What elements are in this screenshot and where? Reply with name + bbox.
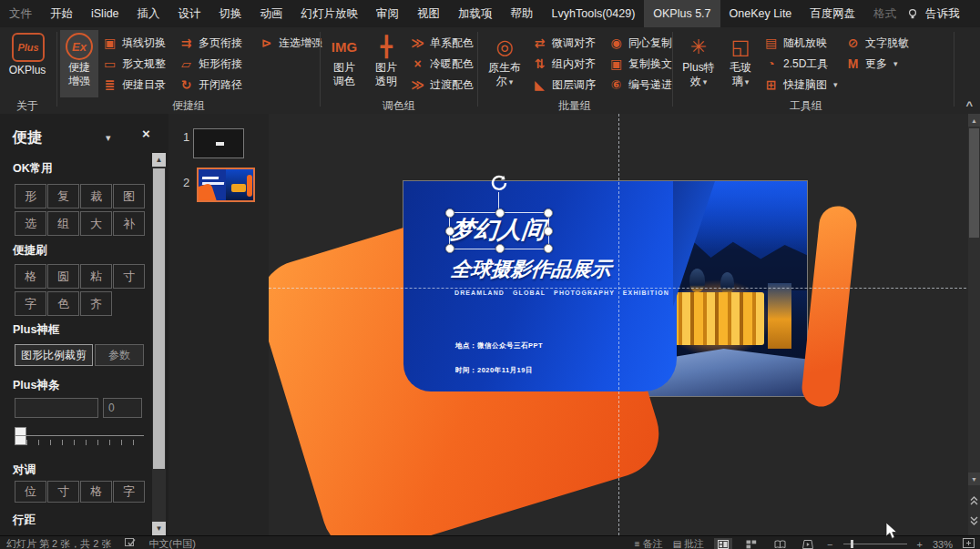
menu-tab-animations[interactable]: 动画 xyxy=(251,0,292,27)
ribbon-item-text-desensitize[interactable]: ⊘文字脱敏 xyxy=(845,34,909,52)
menu-tab-islide[interactable]: iSlide xyxy=(82,0,128,27)
swap-btn-text[interactable]: 字 xyxy=(113,481,145,503)
menu-tab-okplus[interactable]: OKPlus 5.7 xyxy=(644,0,720,27)
ribbon-item-25d-tool[interactable]: ◔2.5D工具 xyxy=(763,55,828,73)
scroll-up-icon[interactable]: ▲ xyxy=(152,153,166,167)
slide-sorter-view-button[interactable] xyxy=(742,538,761,549)
ribbon-item-fill-line-switch[interactable]: ▣填线切换 xyxy=(102,34,166,52)
zoom-out-button[interactable]: − xyxy=(827,539,832,549)
slider-track[interactable] xyxy=(15,435,144,436)
ribbon-item-group-align[interactable]: ⇅组内对齐 xyxy=(532,55,596,73)
horizontal-guide[interactable] xyxy=(269,288,980,289)
ok-btn-big[interactable]: 大 xyxy=(80,211,112,236)
brush-btn-align[interactable]: 齐 xyxy=(80,291,112,316)
ok-btn-fill[interactable]: 补 xyxy=(113,211,145,236)
menu-tab-addins[interactable]: 加载项 xyxy=(449,0,502,27)
next-slide-button[interactable] xyxy=(968,514,980,527)
ribbon-big-button-native-boolean[interactable]: ◎ 原生布 尔▾ xyxy=(483,30,526,97)
brush-btn-paste[interactable]: 粘 xyxy=(80,264,112,289)
scrollbar-thumb[interactable] xyxy=(153,168,165,469)
scroll-up-icon[interactable]: ▲ xyxy=(968,114,980,127)
brush-btn-font[interactable]: 字 xyxy=(15,291,46,316)
params-button[interactable]: 参数 xyxy=(95,344,144,366)
menu-tab-home[interactable]: 开始 xyxy=(41,0,82,27)
menu-tab-design[interactable]: 设计 xyxy=(169,0,210,27)
zoom-slider-handle[interactable] xyxy=(851,540,853,548)
scroll-down-icon[interactable]: ▼ xyxy=(152,522,166,535)
resize-handle-nw[interactable] xyxy=(445,208,454,218)
spell-check-icon[interactable] xyxy=(125,538,137,549)
editing-canvas[interactable]: 梦幻人间 全球摄影作品展示 DREAMLAND GLOBAL PHOTOGRAP… xyxy=(269,114,980,535)
menu-tab-lvyhtools[interactable]: LvyhTools(0429) xyxy=(543,0,645,27)
task-pane-scrollbar[interactable]: ▲ ▼ xyxy=(152,153,166,535)
plus-bar-input[interactable] xyxy=(15,398,98,418)
menu-tab-help[interactable]: 帮助 xyxy=(502,0,543,27)
comments-toggle[interactable]: ▤批注 xyxy=(673,537,704,549)
resize-handle-w[interactable] xyxy=(445,227,454,236)
about-button[interactable]: 关于 xyxy=(0,98,55,114)
previous-slide-button[interactable] xyxy=(968,494,980,507)
orange-pill-shape[interactable] xyxy=(801,204,859,408)
scrollbar-thumb[interactable] xyxy=(969,128,979,238)
selection-bounding-box[interactable] xyxy=(449,212,549,249)
ribbon-item-mono-palette[interactable]: ≫单系配色 xyxy=(410,34,474,52)
ribbon-item-open-close-path[interactable]: ↻开闭路径 xyxy=(179,76,242,94)
zoom-in-button[interactable]: + xyxy=(917,539,923,549)
menu-tab-view[interactable]: 视图 xyxy=(408,0,449,27)
resize-handle-se[interactable] xyxy=(544,244,553,253)
brush-btn-format[interactable]: 格 xyxy=(15,264,46,289)
slide-date-text[interactable]: 时间：2020年11月19日 xyxy=(455,366,533,375)
zoom-percentage[interactable]: 33% xyxy=(933,539,953,549)
language-status[interactable]: 中文(中国) xyxy=(149,537,196,549)
rotate-handle-icon[interactable] xyxy=(489,173,509,193)
ribbon-item-more[interactable]: M更多▾ xyxy=(845,55,898,73)
ribbon-item-gradient-palette[interactable]: ≫过渡配色 xyxy=(410,76,474,94)
menu-tab-review[interactable]: 审阅 xyxy=(367,0,408,27)
ok-btn-image[interactable]: 图 xyxy=(113,184,145,208)
ribbon-item-number-increment[interactable]: ⑥编号递进 xyxy=(608,76,672,94)
close-icon[interactable]: × xyxy=(142,126,150,141)
ok-btn-group[interactable]: 组 xyxy=(47,211,79,236)
swap-btn-size[interactable]: 寸 xyxy=(47,481,79,503)
slide-subtitle-text[interactable]: 全球摄影作品展示 xyxy=(449,256,612,283)
brush-btn-size[interactable]: 寸 xyxy=(113,264,145,289)
slide-2-thumbnail[interactable] xyxy=(197,168,255,202)
normal-view-button[interactable] xyxy=(714,538,732,549)
resize-handle-ne[interactable] xyxy=(544,208,553,218)
ribbon-big-button-image-transparent[interactable]: ╋ 图片 透明 xyxy=(366,30,406,97)
slideshow-view-button[interactable] xyxy=(799,538,817,549)
tell-me-button[interactable]: 告诉我 xyxy=(924,6,969,22)
ribbon-big-button-plus-effects[interactable]: ✳ Plus特 效▾ xyxy=(678,30,720,97)
reading-view-button[interactable] xyxy=(771,538,789,549)
canvas-vertical-scrollbar[interactable]: ▲ ▼ xyxy=(968,114,980,535)
chevron-down-icon[interactable]: ▾ xyxy=(106,132,111,144)
menu-tab-transitions[interactable]: 切换 xyxy=(210,0,251,27)
ribbon-item-shape-text-normalize[interactable]: ▭形文规整 xyxy=(102,55,166,73)
ok-btn-select[interactable]: 选 xyxy=(15,211,46,236)
ribbon-big-button-frosted-glass[interactable]: ◱ 毛玻 璃▾ xyxy=(721,30,760,97)
resize-handle-s[interactable] xyxy=(495,244,505,253)
slide-english-subtitle[interactable]: DREAMLAND GLOBAL PHOTOGRAPHY EXHIBITION xyxy=(454,290,669,296)
ribbon-item-layer-order[interactable]: ◣图层调序 xyxy=(532,76,596,94)
scroll-down-icon[interactable]: ▼ xyxy=(968,473,980,485)
menu-tab-insert[interactable]: 插入 xyxy=(128,0,169,27)
vertical-guide[interactable] xyxy=(618,114,619,535)
swap-btn-format[interactable]: 格 xyxy=(80,481,112,503)
slide-2-editing-surface[interactable]: 梦幻人间 全球摄影作品展示 DREAMLAND GLOBAL PHOTOGRAP… xyxy=(403,181,807,396)
menu-tab-baidu-netdisk[interactable]: 百度网盘 xyxy=(801,0,864,27)
ribbon-item-random-show[interactable]: ▤随机放映 xyxy=(763,34,827,52)
ok-btn-copy[interactable]: 复 xyxy=(47,184,79,208)
fit-to-window-button[interactable] xyxy=(963,538,975,549)
slide-location-text[interactable]: 地点：微信公众号三石PPT xyxy=(455,341,543,351)
ribbon-item-multi-select-enhance[interactable]: ⊳连选增强 xyxy=(259,34,322,52)
resize-handle-n[interactable] xyxy=(495,208,505,218)
ribbon-item-copy-swap-text[interactable]: ▣复制换文 xyxy=(608,55,672,73)
resize-handle-sw[interactable] xyxy=(445,244,454,253)
menu-tab-slideshow[interactable]: 幻灯片放映 xyxy=(292,0,368,27)
ribbon-item-concentric-copy[interactable]: ◉同心复制 xyxy=(608,34,672,52)
menu-tab-onekey-lite[interactable]: OneKey Lite xyxy=(720,0,801,27)
brush-btn-color[interactable]: 色 xyxy=(47,291,79,316)
brush-btn-round[interactable]: 圆 xyxy=(47,264,79,289)
ribbon-big-button-enhance[interactable]: Ex 便捷 增强 xyxy=(60,30,98,97)
ribbon-big-button-image-color[interactable]: IMG 图片 调色 xyxy=(324,30,364,97)
